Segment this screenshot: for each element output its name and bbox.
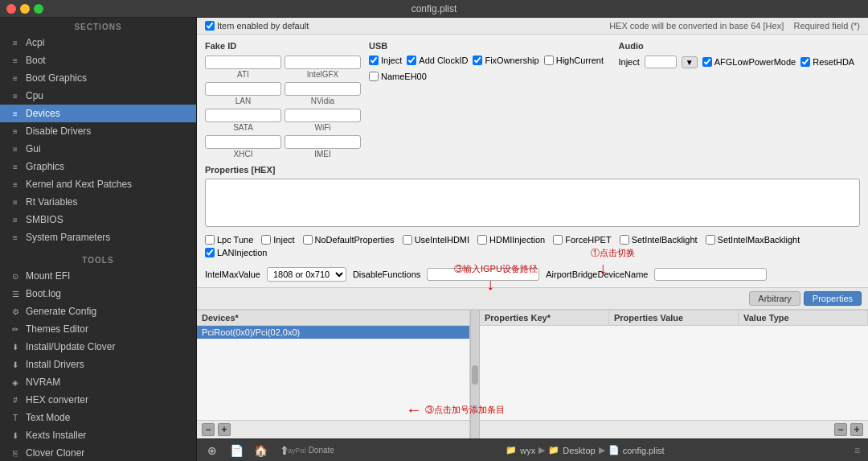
properties-hex-textarea[interactable] [205,179,860,227]
sidebar-item-rt-variables[interactable]: ≡ Rt Variables [0,193,196,211]
top-bar-info: HEX code will be converted in base 64 [H… [609,21,860,31]
inject-checkbox[interactable]: Inject [261,235,294,245]
item-enabled-input[interactable] [205,21,215,31]
sidebar-item-gui[interactable]: ≡ Gui [0,140,196,158]
audio-inject-dropdown[interactable]: ▼ [682,56,698,68]
remove-prop-button[interactable]: − [834,423,847,436]
breadcrumb-icon-folder2: 📁 [548,445,559,455]
sidebar-item-disable-drivers[interactable]: ≡ Disable Drivers [0,122,196,140]
fake-id-nvidia-input[interactable]: 0xXXXX10DE [285,82,361,96]
sidebar-item-text-mode[interactable]: T Text Mode [0,409,196,426]
disable-functions-input[interactable] [427,268,539,281]
paint-icon: ✏ [10,323,21,335]
bottom-left-header: Devices* [197,311,469,326]
fake-id-imei-input[interactable]: 0xXXXX808B [285,135,361,149]
sidebar-item-devices[interactable]: ≡ Devices [0,105,196,122]
force-hpet-checkbox[interactable]: ForceHPET [553,235,611,245]
intel-max-select[interactable]: 1808 or 0x710 [267,267,346,282]
usb-highcurrent-checkbox[interactable]: HighCurrent [544,56,604,65]
usb-addclockid-checkbox[interactable]: Add ClockID [407,56,468,65]
minimize-button[interactable] [20,4,30,14]
sidebar-item-clover-cloner[interactable]: ⎘ Clover Cloner [0,444,196,461]
audio-resethda-checkbox[interactable]: ResetHDA [800,57,854,67]
sidebar-item-acpi[interactable]: ≡ Acpi [0,34,196,51]
lpc-tune-checkbox[interactable]: Lpc Tune [205,235,253,245]
close-button[interactable] [6,4,16,14]
sidebar: SECTIONS ≡ Acpi ≡ Boot ≡ Boot Graphics ≡… [0,18,197,461]
set-intel-max-backlight-checkbox[interactable]: SetIntelMaxBacklight [706,235,800,245]
sidebar-item-kernel[interactable]: ≡ Kernel and Kext Patches [0,175,196,193]
add-prop-button[interactable]: + [850,423,863,436]
sidebar-item-boot-log[interactable]: ☰ Boot.log [0,285,196,303]
paypal-donate-button[interactable]: PayPal Donate [301,443,316,458]
fake-id-wifi-input[interactable]: 0xXXXX14E4 [285,109,361,122]
device-row[interactable]: PciRoot(0x0)/Pci(02,0x0) [197,326,469,339]
usb-inject-input[interactable] [369,56,379,65]
fake-id-wifi: 0xXXXX14E4 WiFi [285,109,361,132]
sidebar-item-install-clover[interactable]: ⬇ Install/Update Clover [0,338,196,356]
usb-highcurrent-input[interactable] [544,56,554,65]
fake-id-intelgfx-input[interactable]: 0xXXXXR086 [285,56,361,69]
content-scroll: Fake ID 0xXXXX1002 ATI 0xXXXXR086 IntelG… [197,35,868,287]
bottom-tabs-row: Arbitrary Properties [197,287,868,310]
audio-afglow-input[interactable] [702,57,712,67]
fake-id-lan-label: LAN [235,97,251,105]
properties-tab[interactable]: Properties [804,291,862,306]
sidebar-item-themes-editor[interactable]: ✏ Themes Editor [0,320,196,338]
list-icon: ≡ [10,214,21,225]
arbitrary-tab[interactable]: Arbitrary [749,291,800,306]
statusbar-icons: ⊕ 📄 🏠 ⬆ PayPal Donate [205,443,316,458]
statusbar-icon-1[interactable]: ⊕ [205,443,219,458]
usb-section: USB Inject Add ClockID FixOwnership [369,41,611,158]
sidebar-item-mount-efi[interactable]: ⊙ Mount EFI [0,267,196,285]
sidebar-item-kexts-installer[interactable]: ⬇ Kexts Installer [0,426,196,444]
breadcrumb: 📁 wyx ▶ 📁 Desktop ▶ 📄 config.plist [506,445,664,455]
usb-checkboxes: Inject Add ClockID FixOwnership Hig [369,56,611,65]
use-intel-hdmi-checkbox[interactable]: UseIntelHDMI [403,235,469,245]
log-icon: ☰ [10,288,21,299]
add-device-button[interactable]: + [218,423,231,436]
content-area: Item enabled by default HEX code will be… [197,18,868,461]
statusbar-icon-3[interactable]: 🏠 [253,443,268,458]
usb-nameeh00-checkbox[interactable]: NameEH00 [369,72,611,81]
fake-id-sata-input[interactable]: 0xXXXX8086 [205,109,281,122]
sidebar-item-graphics[interactable]: ≡ Graphics [0,158,196,175]
fake-id-imei-label: IMEI [314,150,331,158]
sidebar-item-boot[interactable]: ≡ Boot [0,51,196,69]
lan-injection-checkbox[interactable]: LANInjection [205,248,267,257]
top-sections-row: Fake ID 0xXXXX1002 ATI 0xXXXXR086 IntelG… [205,41,860,158]
sidebar-item-system-parameters[interactable]: ≡ System Parameters [0,228,196,246]
fake-id-ati-input[interactable]: 0xXXXX1002 [205,56,281,69]
sidebar-item-hex-converter[interactable]: # HEX converter [0,391,196,409]
audio-inject-input[interactable]: 28 [645,56,677,68]
fake-id-lan-input[interactable]: 0xXXXX8086 [205,82,281,96]
set-intel-backlight-checkbox[interactable]: SetIntelBacklight [620,235,698,245]
fake-id-lan: 0xXXXX8086 LAN [205,82,281,105]
airport-bridge-input[interactable] [654,268,767,281]
statusbar-icon-2[interactable]: 📄 [229,443,244,458]
usb-inject-checkbox[interactable]: Inject [369,56,402,65]
hdmi-injection-checkbox[interactable]: HDMIInjection [477,235,545,245]
sidebar-item-generate-config[interactable]: ⚙ Generate Config [0,303,196,320]
fake-id-xhci: 0xXXXX808B XHCI [205,135,281,158]
usb-nameeh00-input[interactable] [369,72,379,81]
sidebar-item-install-drivers[interactable]: ⬇ Install Drivers [0,356,196,373]
list-icon: ≡ [10,161,21,172]
usb-fixownership-input[interactable] [473,56,482,65]
maximize-button[interactable] [34,4,43,14]
fake-id-label: Fake ID [205,41,361,51]
item-enabled-checkbox[interactable]: Item enabled by default [205,21,309,31]
sidebar-item-smbios[interactable]: ≡ SMBIOS [0,211,196,228]
audio-resethda-input[interactable] [800,57,810,67]
sidebar-item-cpu[interactable]: ≡ Cpu [0,87,196,105]
sidebar-item-nvram[interactable]: ◈ NVRAM [0,373,196,391]
fake-id-sata: 0xXXXX8086 SATA [205,109,281,132]
audio-afglow-checkbox[interactable]: AFGLowPowerMode [702,57,796,67]
no-default-props-checkbox[interactable]: NoDefaultProperties [303,235,395,245]
usb-addclockid-input[interactable] [407,56,416,65]
usb-fixownership-checkbox[interactable]: FixOwnership [473,56,538,65]
sidebar-item-boot-graphics[interactable]: ≡ Boot Graphics [0,69,196,87]
remove-device-button[interactable]: − [202,423,215,436]
fake-id-xhci-input[interactable]: 0xXXXX808B [205,135,281,149]
scroll-handle[interactable] [472,365,478,385]
